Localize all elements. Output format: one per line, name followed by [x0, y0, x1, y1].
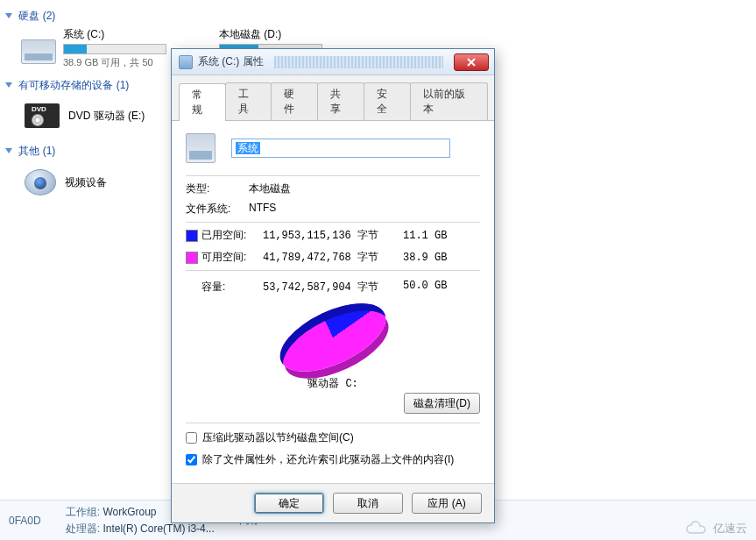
separator: [186, 222, 480, 223]
ok-button[interactable]: 确定: [254, 493, 324, 514]
workgroup-key: 工作组:: [66, 506, 100, 518]
group-hdd-title: 硬盘 (2): [18, 10, 55, 22]
close-button[interactable]: [454, 53, 489, 71]
separator: [186, 175, 480, 176]
dialog-button-row: 确定 取消 应用 (A): [172, 483, 494, 522]
fs-label: 文件系统:: [186, 202, 249, 217]
drive-c-free-text: 38.9 GB 可用，共 50: [63, 56, 166, 69]
free-bytes: 41,789,472,768 字节: [263, 250, 403, 265]
compress-checkbox-row[interactable]: 压缩此驱动器以节约磁盘空间(C): [186, 430, 480, 445]
cpu-value: Intel(R) Core(TM) i3-4...: [102, 522, 214, 535]
drive-name-input[interactable]: 系统: [231, 139, 450, 158]
tab-tools[interactable]: 工具: [225, 82, 272, 120]
disk-cleanup-button[interactable]: 磁盘清理(D): [404, 393, 480, 414]
free-label: 可用空间:: [201, 250, 263, 265]
titlebar-decoration: [274, 56, 443, 68]
chevron-down-icon: [5, 13, 12, 18]
workgroup-value: WorkGroup: [102, 506, 156, 518]
separator: [186, 270, 480, 271]
dvd-label: DVD 驱动器 (E:): [68, 109, 145, 124]
close-icon: [466, 58, 477, 67]
apply-button[interactable]: 应用 (A): [412, 493, 482, 514]
pie-label: 驱动器 C:: [186, 376, 480, 391]
hdd-icon: [21, 39, 56, 64]
type-label: 类型:: [186, 181, 249, 196]
compress-label: 压缩此驱动器以节约磁盘空间(C): [202, 430, 354, 445]
webcam-icon: [25, 169, 56, 195]
space-grid: 已用空间: 11,953,115,136 字节 11.1 GB 可用空间: 41…: [186, 228, 480, 265]
type-value: 本地磁盘: [249, 181, 291, 196]
pie-icon: [270, 289, 395, 385]
dvd-icon: [25, 103, 60, 128]
used-label: 已用空间:: [201, 228, 263, 243]
tab-strip: 常规 工具 硬件 共享 安全 以前的版本: [172, 75, 494, 121]
capacity-pie-chart: 驱动器 C:: [186, 300, 480, 375]
cloud-icon: [685, 521, 708, 536]
group-other-title: 其他 (1): [18, 145, 55, 157]
drive-d-label: 本地磁盘 (D:): [219, 27, 322, 42]
cpu-key: 处理器:: [66, 522, 100, 535]
tab-general[interactable]: 常规: [179, 83, 226, 121]
watermark-text: 亿速云: [713, 521, 747, 536]
used-swatch: [186, 230, 198, 242]
group-removable-title: 有可移动存储的设备 (1): [18, 79, 129, 91]
cancel-button[interactable]: 取消: [333, 493, 403, 514]
separator: [186, 423, 480, 423]
free-swatch: [186, 252, 198, 264]
video-label: 视频设备: [65, 175, 107, 190]
status-id: 0FA0D: [9, 515, 41, 527]
drive-name-value: 系统: [236, 142, 260, 154]
free-gb: 38.9 GB: [403, 252, 456, 264]
used-gb: 11.1 GB: [403, 230, 456, 242]
capacity-label: 容量:: [186, 280, 263, 295]
capacity-bytes: 53,742,587,904 字节: [263, 280, 403, 295]
capacity-gb: 50.0 GB: [403, 280, 456, 295]
drive-icon: [179, 55, 193, 69]
watermark: 亿速云: [685, 521, 747, 536]
tab-hardware[interactable]: 硬件: [271, 82, 318, 120]
tab-security[interactable]: 安全: [364, 82, 411, 120]
chevron-down-icon: [5, 148, 12, 153]
drive-c[interactable]: 系统 (C:) 38.9 GB 可用，共 50: [21, 27, 166, 69]
chevron-down-icon: [5, 82, 12, 88]
index-label: 除了文件属性外，还允许索引此驱动器上文件的内容(I): [202, 452, 454, 467]
fs-value: NTFS: [249, 202, 276, 217]
properties-dialog: 系统 (C:) 属性 常规 工具 硬件 共享 安全 以前的版本 系统 类型: 本…: [171, 48, 495, 523]
drive-c-label: 系统 (C:): [63, 27, 166, 42]
index-checkbox-row[interactable]: 除了文件属性外，还允许索引此驱动器上文件的内容(I): [186, 452, 480, 467]
tab-previous[interactable]: 以前的版本: [410, 82, 488, 120]
hdd-icon: [186, 133, 215, 163]
general-panel: 系统 类型: 本地磁盘 文件系统: NTFS 已用空间: 11,953,115,…: [172, 121, 494, 483]
used-bytes: 11,953,115,136 字节: [263, 228, 403, 243]
drive-c-capacity-bar: [63, 44, 166, 54]
dialog-titlebar[interactable]: 系统 (C:) 属性: [172, 49, 494, 75]
tab-sharing[interactable]: 共享: [317, 82, 364, 120]
index-checkbox[interactable]: [186, 454, 197, 465]
compress-checkbox[interactable]: [186, 432, 197, 444]
dialog-title: 系统 (C:) 属性: [198, 54, 264, 69]
group-hdd-header[interactable]: 硬盘 (2): [4, 5, 756, 27]
